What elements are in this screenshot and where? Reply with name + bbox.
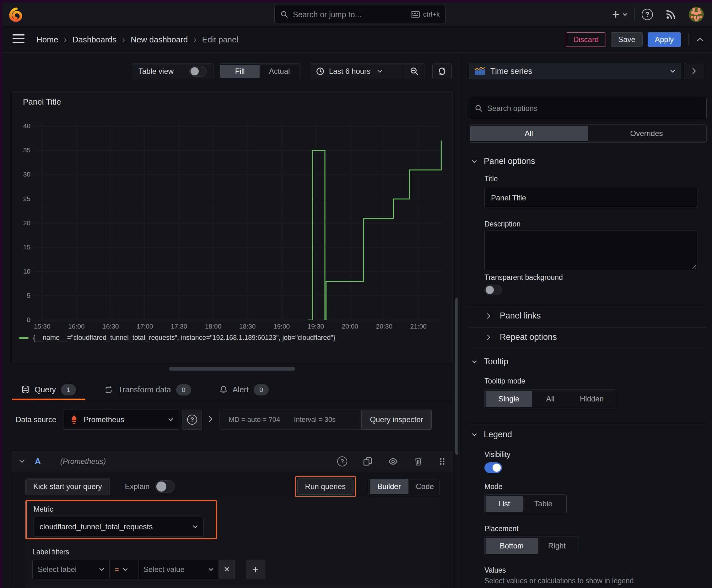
run-queries-button[interactable]: Run queries (297, 478, 353, 495)
legend-mode-table[interactable]: Table (523, 496, 564, 512)
fill-option[interactable]: Fill (220, 65, 260, 78)
grafana-logo[interactable] (9, 7, 24, 22)
legend-mode-list[interactable]: List (486, 496, 523, 512)
vertical-scrollbar[interactable] (455, 298, 458, 455)
query-toolbar-row: Kick start your query Explain Run querie… (25, 477, 439, 497)
panel-links-label: Panel links (500, 311, 541, 321)
legend-placement-right[interactable]: Right (538, 538, 576, 554)
time-range-picker[interactable]: Last 6 hours (310, 67, 404, 76)
chevron-down-icon (193, 525, 198, 528)
metric-select[interactable]: cloudflared_tunnel_total_requests (34, 517, 204, 537)
tooltip-mode-single[interactable]: Single (486, 391, 532, 407)
refresh-button[interactable] (432, 63, 452, 79)
x-axis-tick-label: 17:30 (166, 322, 192, 330)
help-icon[interactable]: ? (642, 9, 653, 20)
panel-options-sidebar: Time series Search options All Overrides… (459, 53, 712, 588)
menu-hamburger-icon[interactable] (13, 34, 24, 43)
search-placeholder: Search or jump to... (293, 10, 406, 19)
chart-legend[interactable]: {__name__="cloudflared_tunnel_total_requ… (19, 334, 335, 342)
tooltip-mode-hidden[interactable]: Hidden (568, 391, 615, 407)
kick-start-query-button[interactable]: Kick start your query (25, 478, 110, 495)
add-new-chevron-icon[interactable] (623, 13, 628, 16)
time-range-control: Last 6 hours (310, 63, 425, 79)
select-label-dropdown[interactable]: Select label (33, 560, 110, 579)
x-axis-tick-label: 17:00 (132, 322, 158, 330)
query-editor-card: A (Prometheus) ? Kick start your que (12, 451, 453, 588)
legend-placement-label: Placement (484, 525, 519, 533)
explain-toggle[interactable] (155, 480, 175, 493)
x-axis-tick-label: 18:30 (234, 322, 261, 330)
resize-handle-icon[interactable] (691, 263, 696, 269)
open-viz-list-button[interactable] (684, 63, 704, 79)
interval-stat: Interval = 30s (294, 416, 336, 424)
legend-series-name: {__name__="cloudflared_tunnel_total_requ… (33, 334, 335, 342)
repeat-options-section[interactable]: Repeat options (487, 332, 557, 342)
toggle-visibility-eye-icon[interactable] (388, 457, 398, 466)
time-series-chart[interactable] (34, 123, 442, 320)
operator-dropdown[interactable]: = (110, 560, 138, 579)
transparent-background-toggle[interactable] (484, 285, 502, 295)
divider (469, 327, 707, 328)
actual-option[interactable]: Actual (260, 65, 299, 78)
duplicate-query-icon[interactable] (363, 457, 372, 466)
chevron-down-icon (19, 460, 25, 463)
select-value-placeholder: Select value (144, 565, 205, 574)
code-option[interactable]: Code (408, 479, 441, 494)
window-edge-top (0, 0, 712, 2)
delete-query-trash-icon[interactable] (414, 457, 423, 466)
chevron-down-icon (377, 70, 382, 73)
y-axis-tick-label: 0 (12, 316, 30, 323)
tab-overrides[interactable]: Overrides (588, 126, 706, 141)
tab-alert[interactable]: Alert 0 (210, 379, 278, 400)
visualization-picker[interactable]: Time series (469, 63, 681, 79)
legend-visibility-toggle[interactable] (484, 462, 502, 473)
x-axis-tick-label: 21:00 (405, 322, 432, 330)
legend-placement-segmented: Bottom Right (484, 537, 579, 555)
query-help-icon[interactable]: ? (337, 456, 347, 466)
breadcrumb-new-dashboard[interactable]: New dashboard (131, 35, 188, 45)
legend-placement-bottom[interactable]: Bottom (486, 538, 538, 554)
editor-tabs: Query 1 Transform data 0 Alert 0 (12, 379, 453, 400)
news-rss-icon[interactable] (666, 9, 676, 20)
panel-resize-handle[interactable] (169, 367, 295, 371)
save-button[interactable]: Save (611, 33, 643, 47)
chevron-right-icon[interactable] (209, 416, 213, 423)
bell-icon (219, 385, 228, 394)
global-search-input[interactable]: Search or jump to... ctrl+k (274, 5, 446, 24)
actions-divider (688, 33, 689, 46)
description-textarea[interactable] (484, 231, 698, 270)
apply-button[interactable]: Apply (648, 33, 681, 47)
query-ref-id: A (35, 456, 41, 466)
add-new-button[interactable]: + (612, 7, 619, 22)
breadcrumb-dashboards[interactable]: Dashboards (72, 35, 116, 45)
panel-title-input[interactable] (484, 188, 698, 208)
search-options-input[interactable]: Search options (469, 97, 707, 120)
zoom-out-button[interactable] (404, 64, 424, 79)
drag-handle-grip-icon[interactable] (438, 457, 446, 466)
legend-section-header[interactable]: Legend (472, 430, 512, 439)
table-view-toggle[interactable] (189, 66, 207, 77)
tooltip-section-header[interactable]: Tooltip (472, 357, 508, 366)
datasource-picker[interactable]: Prometheus (63, 410, 179, 430)
add-filter-button[interactable]: + (246, 560, 265, 579)
query-row-header[interactable]: A (Prometheus) ? (12, 451, 453, 471)
breadcrumb-separator-icon: › (193, 35, 196, 45)
remove-filter-button[interactable]: ✕ (219, 560, 235, 579)
discard-button[interactable]: Discard (566, 33, 606, 47)
datasource-label: Data source (16, 415, 56, 424)
legend-mode-label: Mode (484, 482, 503, 491)
panel-options-section-header[interactable]: Panel options (472, 156, 535, 166)
select-value-dropdown[interactable]: Select value (138, 560, 219, 579)
datasource-help-button[interactable]: ? (182, 410, 202, 430)
collapse-panel-chevron-up-icon[interactable] (696, 37, 704, 42)
query-inspector-button[interactable]: Query inspector (361, 410, 431, 430)
transparent-background-label: Transparent background (484, 273, 563, 282)
tab-all[interactable]: All (470, 126, 588, 141)
tooltip-mode-all[interactable]: All (532, 391, 568, 407)
builder-option[interactable]: Builder (370, 479, 408, 494)
user-avatar[interactable] (689, 7, 704, 22)
tab-transform-data[interactable]: Transform data 0 (95, 379, 201, 400)
breadcrumb-home[interactable]: Home (37, 35, 58, 45)
panel-links-section[interactable]: Panel links (487, 311, 541, 321)
tab-query[interactable]: Query 1 (12, 379, 85, 400)
